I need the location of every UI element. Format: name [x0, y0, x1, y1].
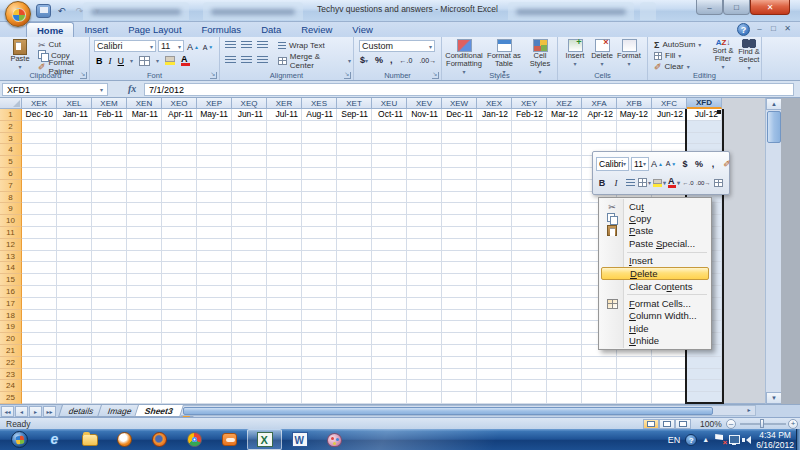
cell-XEU11[interactable]: [372, 227, 407, 239]
cell-XEZ6[interactable]: [547, 168, 582, 180]
column-header-XEZ[interactable]: XEZ: [547, 98, 582, 109]
cell-XEO24[interactable]: [162, 380, 197, 392]
cell-XEY13[interactable]: [512, 251, 547, 263]
cell-XEK11[interactable]: [22, 227, 57, 239]
cell-XEW6[interactable]: [442, 168, 477, 180]
cell-XEM21[interactable]: [92, 345, 127, 357]
cell-XEO14[interactable]: [162, 262, 197, 274]
cell-XEP11[interactable]: [197, 227, 232, 239]
page-break-view-button[interactable]: [675, 419, 691, 429]
cell-XEQ22[interactable]: [232, 357, 267, 369]
comma-style-button[interactable]: ,: [390, 55, 393, 65]
sort-filter-button[interactable]: AZ↓ Sort & Filter▾: [710, 39, 736, 71]
cell-XEN21[interactable]: [127, 345, 162, 357]
taskbar-internet-explorer-icon[interactable]: [37, 429, 72, 450]
cell-XEL13[interactable]: [57, 251, 92, 263]
cell-XEZ1[interactable]: Mar-12: [547, 109, 582, 121]
cell-XEQ12[interactable]: [232, 239, 267, 251]
cell-XFC23[interactable]: [652, 369, 687, 381]
cell-XER21[interactable]: [267, 345, 302, 357]
cell-XEQ5[interactable]: [232, 156, 267, 168]
cell-XEL14[interactable]: [57, 262, 92, 274]
cell-XER5[interactable]: [267, 156, 302, 168]
cell-XEQ17[interactable]: [232, 298, 267, 310]
cell-XEL20[interactable]: [57, 333, 92, 345]
cell-XEO25[interactable]: [162, 392, 197, 404]
align-center-icon[interactable]: [241, 56, 252, 63]
cell-XEP23[interactable]: [197, 369, 232, 381]
cell-XES8[interactable]: [302, 192, 337, 204]
cell-XER17[interactable]: [267, 298, 302, 310]
cell-XEK22[interactable]: [22, 357, 57, 369]
cell-XEP8[interactable]: [197, 192, 232, 204]
cell-XFA24[interactable]: [582, 380, 617, 392]
cell-XFB2[interactable]: [617, 121, 652, 133]
cell-XEN23[interactable]: [127, 369, 162, 381]
cell-XEX10[interactable]: [477, 215, 512, 227]
menu-item-format-cells[interactable]: Format Cells...: [600, 297, 710, 309]
cell-XEZ15[interactable]: [547, 274, 582, 286]
cell-XEU12[interactable]: [372, 239, 407, 251]
tray-help-icon[interactable]: ?: [685, 434, 697, 446]
row-header-22[interactable]: 22: [0, 357, 22, 369]
menu-item-hide[interactable]: Hide: [600, 322, 710, 334]
cell-XEQ24[interactable]: [232, 380, 267, 392]
cell-XEM8[interactable]: [92, 192, 127, 204]
redacted-tab[interactable]: [508, 2, 634, 20]
cell-XEL16[interactable]: [57, 286, 92, 298]
column-header-XEW[interactable]: XEW: [442, 98, 477, 109]
cell-XES20[interactable]: [302, 333, 337, 345]
cell-XER11[interactable]: [267, 227, 302, 239]
cell-XEY12[interactable]: [512, 239, 547, 251]
align-left-icon[interactable]: [225, 56, 236, 63]
sheet-tab-sheet3[interactable]: Sheet3: [134, 405, 184, 417]
cell-XEX5[interactable]: [477, 156, 512, 168]
cell-XET22[interactable]: [337, 357, 372, 369]
font-family-select[interactable]: Calibri▾: [94, 40, 156, 52]
cell-XEQ18[interactable]: [232, 310, 267, 322]
workbook-close-icon[interactable]: ✕: [783, 25, 792, 34]
cell-XEV22[interactable]: [407, 357, 442, 369]
taskbar-firefox-icon[interactable]: [142, 429, 177, 450]
zoom-level[interactable]: 100%: [700, 419, 722, 429]
cell-XEQ9[interactable]: [232, 203, 267, 215]
cell-XEK25[interactable]: [22, 392, 57, 404]
volume-icon[interactable]: [746, 436, 751, 444]
column-header-XEX[interactable]: XEX: [477, 98, 512, 109]
cell-XES16[interactable]: [302, 286, 337, 298]
cell-XEN15[interactable]: [127, 274, 162, 286]
cell-XEO18[interactable]: [162, 310, 197, 322]
zoom-out-button[interactable]: –: [726, 419, 736, 429]
column-header-XEK[interactable]: XEK: [22, 98, 57, 109]
cell-XEN22[interactable]: [127, 357, 162, 369]
row-header-1[interactable]: 1: [0, 109, 22, 121]
taskbar-media-player-icon[interactable]: [107, 429, 142, 450]
office-button[interactable]: [5, 1, 31, 27]
cell-XEL1[interactable]: Jan-11: [57, 109, 92, 121]
cell-XFD3[interactable]: [687, 133, 722, 145]
cell-XEV3[interactable]: [407, 133, 442, 145]
cell-XEX24[interactable]: [477, 380, 512, 392]
cell-XEP16[interactable]: [197, 286, 232, 298]
taskbar-windows-explorer-icon[interactable]: [72, 429, 107, 450]
cell-XFA3[interactable]: [582, 133, 617, 145]
show-desktop-button[interactable]: [796, 429, 800, 450]
cell-XEN24[interactable]: [127, 380, 162, 392]
cell-XEW9[interactable]: [442, 203, 477, 215]
cell-XEO4[interactable]: [162, 144, 197, 156]
format-cells-button[interactable]: Format▾: [616, 39, 642, 68]
cell-XES6[interactable]: [302, 168, 337, 180]
paste-button[interactable]: Paste ▾: [6, 39, 34, 71]
cell-XEN9[interactable]: [127, 203, 162, 215]
cell-XEV21[interactable]: [407, 345, 442, 357]
cell-XEY25[interactable]: [512, 392, 547, 404]
cell-XEX21[interactable]: [477, 345, 512, 357]
cell-XES1[interactable]: Aug-11: [302, 109, 337, 121]
cell-XEY5[interactable]: [512, 156, 547, 168]
cell-XEW10[interactable]: [442, 215, 477, 227]
row-header-17[interactable]: 17: [0, 298, 22, 310]
cell-XEZ16[interactable]: [547, 286, 582, 298]
cell-XEW5[interactable]: [442, 156, 477, 168]
cell-XEV13[interactable]: [407, 251, 442, 263]
cell-XEO20[interactable]: [162, 333, 197, 345]
